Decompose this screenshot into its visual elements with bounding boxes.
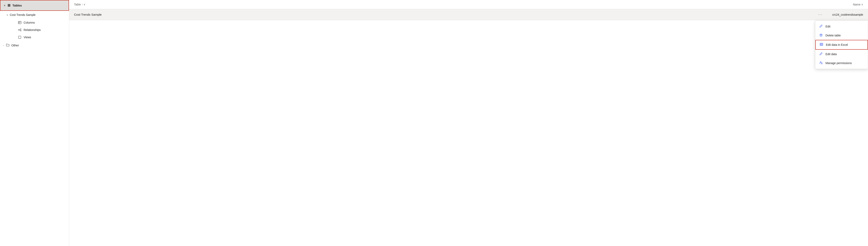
sidebar-cost-trends-header[interactable]: ∨ Cost Trends Sample <box>5 11 69 19</box>
row-table-name: Cost Trends Sample <box>74 13 102 16</box>
sidebar-other-header[interactable]: › Other <box>0 41 69 50</box>
permissions-icon <box>819 61 823 65</box>
svg-line-6 <box>19 29 20 30</box>
sidebar-relationships-label: Relationships <box>24 28 41 32</box>
sidebar-columns-label: Columns <box>24 21 35 24</box>
svg-rect-0 <box>18 21 21 24</box>
menu-item-edit-excel[interactable]: Edit data in Excel <box>815 40 868 50</box>
sidebar-item-relationships[interactable]: Relationships <box>10 26 69 34</box>
menu-item-delete[interactable]: Delete table <box>815 31 868 40</box>
menu-edit-label: Edit <box>826 25 830 28</box>
context-menu: Edit Delete table <box>815 21 868 69</box>
relationships-icon <box>18 28 22 32</box>
cost-trends-chevron-icon: ∨ <box>6 13 8 16</box>
menu-edit-excel-label: Edit data in Excel <box>826 43 848 47</box>
svg-point-3 <box>18 30 19 30</box>
sidebar-item-columns[interactable]: Columns <box>10 19 69 26</box>
views-icon <box>18 36 22 39</box>
sidebar-cost-trends-children: Columns Relationships <box>5 19 69 41</box>
svg-point-19 <box>822 63 822 63</box>
table-col-header[interactable]: Table ↑ ∨ <box>74 3 85 6</box>
sidebar-views-label: Views <box>24 36 31 39</box>
other-chevron-icon: › <box>3 44 4 47</box>
svg-point-4 <box>20 29 21 30</box>
folder-icon <box>6 43 9 47</box>
table-col-label: Table <box>74 3 81 6</box>
row-name-value: crc24_costtrendssample <box>832 13 863 16</box>
sidebar: ∨ ⊞ Tables ∨ Cost Trends Sample <box>0 0 69 246</box>
columns-icon <box>18 21 22 24</box>
svg-rect-9 <box>820 34 822 36</box>
excel-icon <box>820 43 824 47</box>
sidebar-tables-label: Tables <box>12 4 22 7</box>
svg-rect-8 <box>19 36 21 38</box>
name-sort-icon: ∨ <box>861 3 863 6</box>
menu-item-edit[interactable]: Edit <box>815 22 868 31</box>
menu-item-manage-permissions[interactable]: Manage permissions <box>815 59 868 67</box>
main-content: Table ↑ ∨ Name ∨ Cost Trends Sample ··· … <box>69 0 868 246</box>
menu-item-edit-data[interactable]: Edit data <box>815 50 868 59</box>
sort-down-icon: ∨ <box>84 3 85 6</box>
svg-point-18 <box>820 62 821 63</box>
menu-manage-permissions-label: Manage permissions <box>826 61 852 65</box>
menu-edit-data-label: Edit data <box>826 53 837 56</box>
menu-delete-label: Delete table <box>826 34 841 37</box>
name-col-label: Name <box>853 3 861 6</box>
sidebar-other-label: Other <box>11 43 19 47</box>
sidebar-tables-group: ∨ Cost Trends Sample Columns <box>0 11 69 41</box>
tables-chevron-icon: ∨ <box>4 4 5 7</box>
sidebar-cost-trends-label: Cost Trends Sample <box>10 13 36 17</box>
delete-icon <box>819 33 823 37</box>
edit-data-icon <box>819 52 823 56</box>
table-header: Table ↑ ∨ Name ∨ <box>69 0 868 9</box>
table-row: Cost Trends Sample ··· crc24_costtrendss… <box>69 9 868 20</box>
edit-icon <box>819 24 823 29</box>
svg-line-7 <box>19 30 20 31</box>
sidebar-item-views[interactable]: Views <box>10 34 69 41</box>
svg-rect-13 <box>820 43 823 45</box>
svg-point-5 <box>20 30 21 31</box>
row-options-button[interactable]: ··· <box>816 12 824 17</box>
table-grid-icon: ⊞ <box>7 3 10 7</box>
sidebar-tables-header[interactable]: ∨ ⊞ Tables <box>0 0 69 11</box>
name-col-header[interactable]: Name ∨ <box>853 3 863 6</box>
sort-up-icon: ↑ <box>82 3 83 6</box>
